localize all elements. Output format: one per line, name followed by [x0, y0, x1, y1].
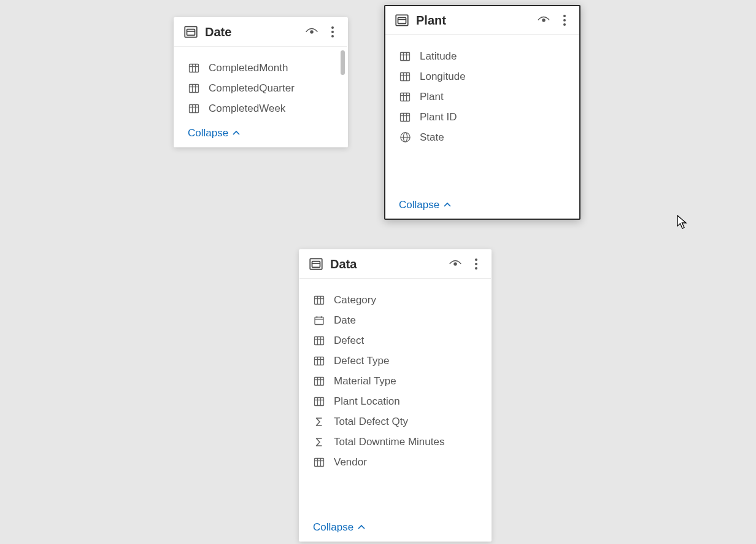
field-row[interactable]: Date — [313, 310, 485, 330]
table-title: Plant — [416, 14, 530, 28]
svg-rect-15 — [190, 104, 199, 112]
svg-rect-20 — [398, 18, 406, 24]
more-options-icon[interactable] — [469, 257, 484, 271]
field-label: CompletedQuarter — [209, 82, 295, 95]
calendar-icon — [313, 314, 325, 327]
column-icon — [313, 355, 325, 367]
svg-point-25 — [563, 23, 566, 26]
field-row[interactable]: Plant ID — [399, 107, 573, 127]
chevron-up-icon — [443, 202, 452, 208]
svg-rect-30 — [401, 72, 410, 80]
field-row[interactable]: CompletedQuarter — [188, 78, 341, 98]
collapse-button[interactable]: Collapse — [174, 122, 347, 147]
table-icon — [394, 12, 410, 28]
more-options-icon[interactable] — [325, 25, 340, 39]
svg-rect-1 — [187, 29, 195, 36]
table-icon — [308, 256, 324, 272]
field-row[interactable]: Total Downtime Minutes — [313, 432, 485, 452]
svg-rect-60 — [315, 336, 324, 344]
column-icon — [399, 111, 411, 123]
visibility-icon[interactable] — [448, 257, 463, 271]
field-row[interactable]: Vendor — [313, 452, 485, 472]
field-label: Material Type — [334, 375, 396, 387]
collapse-button[interactable]: Collapse — [299, 516, 491, 541]
field-label: Latitude — [420, 50, 457, 63]
svg-rect-52 — [315, 296, 324, 304]
column-icon — [399, 71, 411, 83]
svg-point-5 — [331, 31, 334, 33]
field-label: Plant ID — [420, 111, 457, 123]
visibility-icon[interactable] — [304, 25, 319, 39]
table-header[interactable]: Data — [299, 250, 491, 279]
collapse-label: Collapse — [313, 521, 353, 534]
collapse-button[interactable]: Collapse — [385, 194, 579, 219]
model-canvas[interactable]: Date CompletedMonthCompletedQuarterCompl… — [0, 0, 756, 544]
field-row[interactable]: State — [399, 127, 573, 147]
field-row[interactable]: Plant — [399, 87, 573, 107]
field-list: CategoryDateDefectDefect TypeMaterial Ty… — [299, 279, 491, 516]
column-icon — [399, 91, 411, 103]
field-label: CompletedWeek — [209, 103, 285, 115]
svg-rect-7 — [190, 64, 199, 72]
svg-rect-38 — [401, 113, 410, 121]
svg-rect-11 — [190, 84, 199, 92]
field-label: Date — [334, 314, 356, 327]
table-card-date[interactable]: Date CompletedMonthCompletedQuarterCompl… — [174, 17, 348, 147]
table-card-data[interactable]: Data CategoryDateDefectDefect TypeMateri… — [299, 249, 492, 542]
field-label: Defect Type — [334, 355, 389, 367]
field-row[interactable]: CompletedWeek — [188, 98, 341, 119]
field-row[interactable]: Total Defect Qty — [313, 411, 485, 432]
field-row[interactable]: Latitude — [399, 46, 573, 66]
svg-rect-76 — [315, 458, 324, 466]
sigma-icon — [313, 416, 325, 428]
field-row[interactable]: Longitude — [399, 66, 573, 87]
svg-rect-34 — [401, 93, 410, 101]
svg-point-24 — [563, 19, 566, 21]
column-icon — [399, 50, 411, 63]
chevron-up-icon — [357, 524, 366, 530]
field-label: Total Defect Qty — [334, 416, 408, 428]
mouse-cursor-icon — [677, 215, 688, 230]
svg-rect-72 — [315, 397, 324, 405]
field-row[interactable]: Plant Location — [313, 391, 485, 411]
svg-point-50 — [475, 263, 477, 265]
globe-icon — [399, 131, 411, 144]
field-row[interactable]: CompletedMonth — [188, 58, 341, 78]
svg-point-22 — [542, 19, 545, 21]
column-icon — [313, 335, 325, 347]
field-row[interactable]: Material Type — [313, 371, 485, 391]
svg-rect-56 — [315, 317, 323, 324]
field-list: CompletedMonthCompletedQuarterCompletedW… — [174, 47, 347, 122]
svg-point-48 — [454, 263, 457, 265]
table-header[interactable]: Plant — [385, 6, 579, 35]
field-label: Vendor — [334, 456, 367, 468]
table-title: Date — [205, 25, 298, 39]
field-row[interactable]: Defect — [313, 330, 485, 351]
column-icon — [188, 62, 200, 74]
svg-point-49 — [475, 258, 477, 261]
svg-point-3 — [310, 31, 313, 33]
chevron-up-icon — [232, 130, 241, 136]
field-label: Longitude — [420, 71, 466, 83]
field-row[interactable]: Category — [313, 290, 485, 310]
column-icon — [188, 103, 200, 115]
field-label: Plant — [420, 91, 444, 103]
visibility-icon[interactable] — [536, 13, 551, 28]
more-options-icon[interactable] — [557, 13, 572, 28]
column-icon — [313, 294, 325, 306]
svg-point-23 — [563, 15, 566, 17]
field-label: Category — [334, 294, 376, 306]
table-title: Data — [330, 257, 442, 271]
column-icon — [313, 375, 325, 387]
scrollbar-thumb[interactable] — [341, 50, 345, 75]
svg-point-6 — [331, 35, 334, 37]
svg-rect-26 — [401, 52, 410, 60]
table-header[interactable]: Date — [174, 18, 347, 47]
field-label: State — [420, 131, 444, 144]
field-list: LatitudeLongitudePlantPlant IDState — [385, 35, 579, 194]
table-card-plant[interactable]: Plant LatitudeLongitudePlantPlant IDStat… — [384, 5, 580, 220]
svg-point-51 — [475, 267, 477, 270]
field-row[interactable]: Defect Type — [313, 351, 485, 371]
collapse-label: Collapse — [399, 199, 439, 211]
field-label: CompletedMonth — [209, 62, 288, 74]
